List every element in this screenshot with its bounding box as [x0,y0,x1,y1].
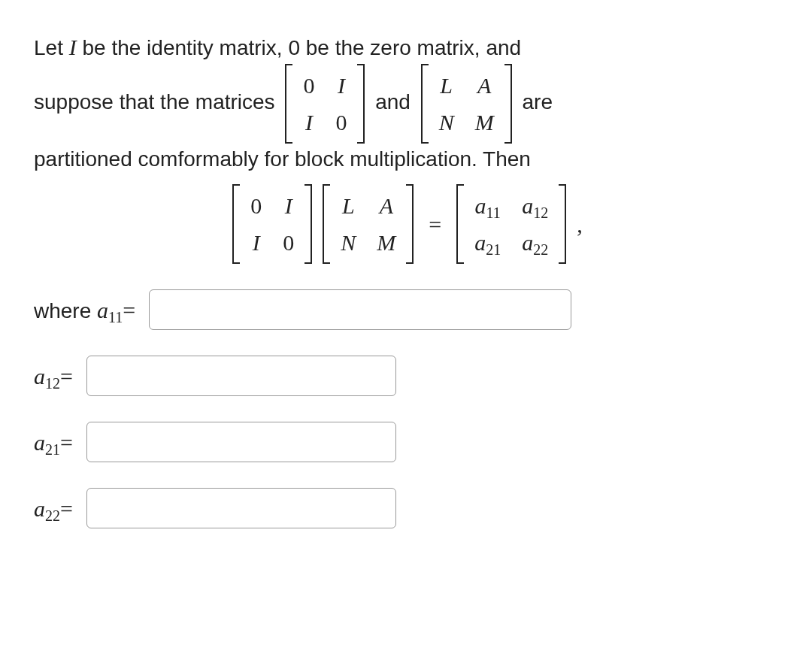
m1-r2c1: I [305,110,313,135]
problem-statement: Let I be the identity matrix, 0 be the z… [34,30,778,175]
var-I: I [69,35,77,59]
label-eq: = [123,293,135,327]
a11-input[interactable] [149,289,571,330]
m1-r1c2: I [338,73,345,98]
label-a: a [34,492,45,525]
answer-row-a11: where a11 = [34,289,778,330]
m1-r1c1: 0 [303,73,314,98]
label-eq: = [60,425,73,459]
a22-input[interactable] [86,488,396,528]
matrix-1: 0 I I 0 [285,64,365,144]
label-eq: = [60,359,73,393]
answer-row-a22: a22 = [34,488,778,528]
label-sub: 12 [45,372,60,395]
label-sub: 22 [45,504,60,527]
label-eq: = [60,492,73,525]
label-sub: 11 [108,306,123,328]
text: and [375,90,417,114]
answer-row-a12: a12 = [34,356,778,396]
text: partitioned comformably for block multip… [34,147,531,171]
a21-input[interactable] [86,422,396,462]
text: suppose that the matrices [34,90,280,114]
text: are [522,90,552,114]
equals-sign: = [429,207,441,241]
m2-r2c1: N [439,110,454,135]
m1-r2c2: 0 [335,110,347,135]
trailing-comma: , [577,207,583,241]
eq-matrix-1: 0 I I 0 [232,184,312,264]
equation-line: 0 I I 0 L A N M = a11 a12 a21 a22 , [34,184,778,264]
a12-input[interactable] [86,356,396,396]
where-text: where [34,295,91,327]
text: Let [34,36,69,59]
eq-matrix-result: a11 a12 a21 a22 [456,184,566,264]
eq-matrix-2: L A N M [323,184,414,264]
answer-row-a21: a21 = [34,422,778,462]
m2-r1c1: L [440,73,453,98]
label-a: a [97,293,108,327]
label-sub: 21 [45,438,60,461]
m2-r1c2: A [477,73,491,98]
label-a: a [34,359,45,393]
matrix-2: L A N M [421,64,512,144]
text: be the identity matrix, 0 be the zero ma… [77,36,521,59]
m2-r2c2: M [475,110,494,135]
label-a: a [34,425,45,459]
